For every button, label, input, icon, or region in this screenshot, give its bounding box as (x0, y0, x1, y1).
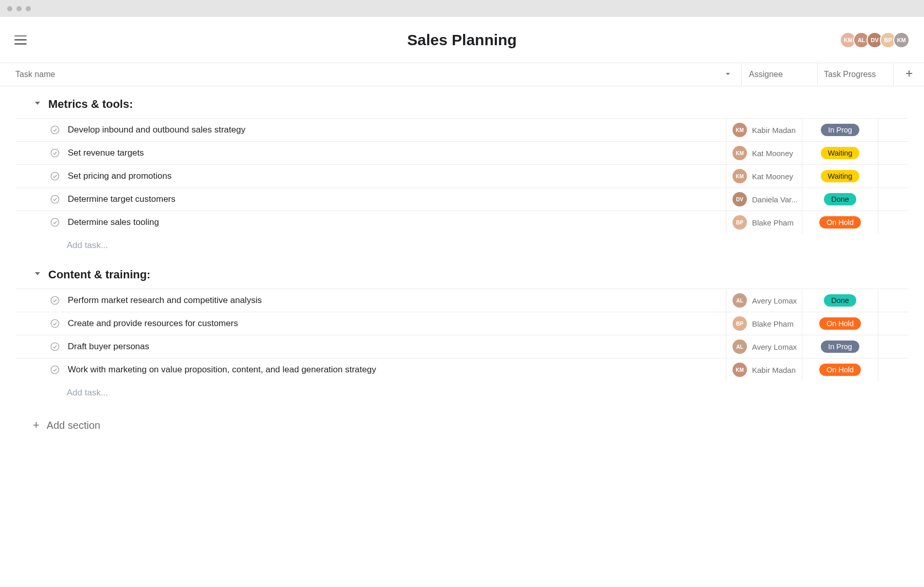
assignee-name: Daniela Var... (752, 195, 798, 204)
assignee-name: Avery Lomax (752, 343, 797, 351)
assignee-name: Avery Lomax (752, 296, 797, 305)
status-badge: Done (824, 193, 856, 205)
task-assignee-cell[interactable]: AL Avery Lomax (726, 335, 802, 358)
status-badge: Done (824, 294, 856, 307)
chevron-down-icon[interactable] (725, 70, 731, 79)
task-end-cell (878, 119, 909, 141)
close-window-dot[interactable] (7, 6, 12, 11)
minimize-window-dot[interactable] (16, 6, 22, 11)
assignee-avatar: KM (733, 146, 747, 160)
check-circle-icon[interactable] (50, 319, 60, 328)
task-assignee-cell[interactable]: KM Kat Mooney (726, 142, 802, 164)
task-main-cell[interactable]: Determine target customers (15, 188, 726, 211)
task-assignee-cell[interactable]: BP Blake Pham (726, 312, 802, 335)
check-circle-icon[interactable] (50, 172, 60, 181)
task-row[interactable]: Set revenue targets KM Kat Mooney Waitin… (15, 141, 909, 164)
assignee-name: Kat Mooney (752, 149, 793, 158)
task-row[interactable]: Develop inbound and outbound sales strat… (15, 118, 909, 141)
task-row[interactable]: Draft buyer personas AL Avery Lomax In P… (15, 335, 909, 358)
assignee-avatar: BP (733, 215, 747, 230)
check-circle-icon[interactable] (50, 296, 60, 305)
task-end-cell (878, 165, 909, 187)
section-title: Metrics & tools: (48, 98, 133, 111)
task-progress-cell[interactable]: Waiting (802, 165, 878, 187)
task-name: Develop inbound and outbound sales strat… (68, 125, 245, 135)
task-main-cell[interactable]: Develop inbound and outbound sales strat… (15, 119, 726, 141)
collaborator-avatar[interactable]: KM (893, 32, 910, 48)
task-assignee-cell[interactable]: AL Avery Lomax (726, 289, 802, 312)
menu-icon[interactable] (14, 35, 27, 45)
task-assignee-cell[interactable]: DV Daniela Var... (726, 188, 802, 211)
task-row[interactable]: Perform market research and competitive … (15, 289, 909, 312)
svg-point-8 (51, 319, 59, 327)
task-main-cell[interactable]: Draft buyer personas (15, 335, 726, 358)
check-circle-icon[interactable] (50, 195, 60, 204)
maximize-window-dot[interactable] (26, 6, 31, 11)
check-circle-icon[interactable] (50, 148, 60, 158)
svg-point-2 (51, 126, 59, 134)
status-badge: Waiting (821, 147, 860, 159)
task-row[interactable]: Determine target customers DV Daniela Va… (15, 187, 909, 211)
task-main-cell[interactable]: Determine sales tooling (15, 211, 726, 234)
task-end-cell (878, 358, 909, 381)
task-main-cell[interactable]: Set revenue targets (15, 142, 726, 164)
status-badge: In Prog (821, 340, 859, 353)
task-row[interactable]: Create and provide resources for custome… (15, 312, 909, 335)
task-progress-cell[interactable]: Done (802, 188, 878, 211)
task-end-cell (878, 211, 909, 234)
task-progress-cell[interactable]: On Hold (802, 211, 878, 234)
assignee-avatar: AL (733, 293, 747, 308)
check-circle-icon[interactable] (50, 218, 60, 227)
task-row[interactable]: Set pricing and promotions KM Kat Mooney… (15, 164, 909, 187)
task-end-cell (878, 289, 909, 312)
task-progress-cell[interactable]: Done (802, 289, 878, 312)
project-title: Sales Planning (407, 31, 516, 49)
collaborator-avatars[interactable]: KMALDVBPKM (843, 32, 910, 48)
svg-point-10 (51, 366, 59, 373)
task-progress-cell[interactable]: In Prog (802, 119, 878, 141)
task-main-cell[interactable]: Create and provide resources for custome… (15, 312, 726, 335)
svg-point-7 (51, 296, 59, 304)
task-assignee-cell[interactable]: KM Kabir Madan (726, 119, 802, 141)
assignee-avatar: AL (733, 339, 747, 354)
check-circle-icon[interactable] (50, 125, 60, 135)
task-end-cell (878, 335, 909, 358)
caret-down-icon (34, 100, 41, 109)
task-name: Set pricing and promotions (68, 171, 171, 181)
task-progress-cell[interactable]: Waiting (802, 142, 878, 164)
add-column-button[interactable] (893, 63, 924, 86)
task-assignee-cell[interactable]: BP Blake Pham (726, 211, 802, 234)
task-progress-cell[interactable]: On Hold (802, 358, 878, 381)
section-header[interactable]: Content & training: (15, 257, 909, 289)
task-main-cell[interactable]: Perform market research and competitive … (15, 289, 726, 312)
column-header-task-name[interactable]: Task name (0, 70, 741, 79)
task-progress-cell[interactable]: In Prog (802, 335, 878, 358)
task-main-cell[interactable]: Work with marketing on value proposition… (15, 358, 726, 381)
column-header-row: Task name Assignee Task Progress (0, 63, 924, 86)
check-circle-icon[interactable] (50, 365, 60, 374)
task-assignee-cell[interactable]: KM Kat Mooney (726, 165, 802, 187)
add-section-label: Add section (47, 420, 101, 431)
svg-point-6 (51, 218, 59, 226)
column-header-progress[interactable]: Task Progress (817, 63, 893, 86)
task-assignee-cell[interactable]: KM Kabir Madan (726, 358, 802, 381)
add-section-button[interactable]: +Add section (15, 404, 909, 432)
column-label-assignee: Assignee (749, 70, 783, 79)
task-row[interactable]: Work with marketing on value proposition… (15, 358, 909, 381)
sections-container: Metrics & tools: Develop inbound and out… (0, 86, 924, 432)
task-main-cell[interactable]: Set pricing and promotions (15, 165, 726, 187)
status-badge: In Prog (821, 124, 859, 136)
add-task-button[interactable]: Add task... (15, 234, 909, 257)
task-row[interactable]: Determine sales tooling BP Blake Pham On… (15, 211, 909, 234)
top-bar: Sales Planning KMALDVBPKM (0, 17, 924, 63)
task-end-cell (878, 312, 909, 335)
section-header[interactable]: Metrics & tools: (15, 86, 909, 118)
assignee-avatar: KM (733, 363, 747, 377)
task-progress-cell[interactable]: On Hold (802, 312, 878, 335)
column-header-assignee[interactable]: Assignee (741, 63, 817, 86)
add-task-button[interactable]: Add task... (15, 381, 909, 404)
check-circle-icon[interactable] (50, 342, 60, 351)
assignee-avatar: KM (733, 169, 747, 183)
assignee-name: Kabir Madan (752, 126, 796, 135)
task-name: Determine target customers (68, 194, 176, 204)
